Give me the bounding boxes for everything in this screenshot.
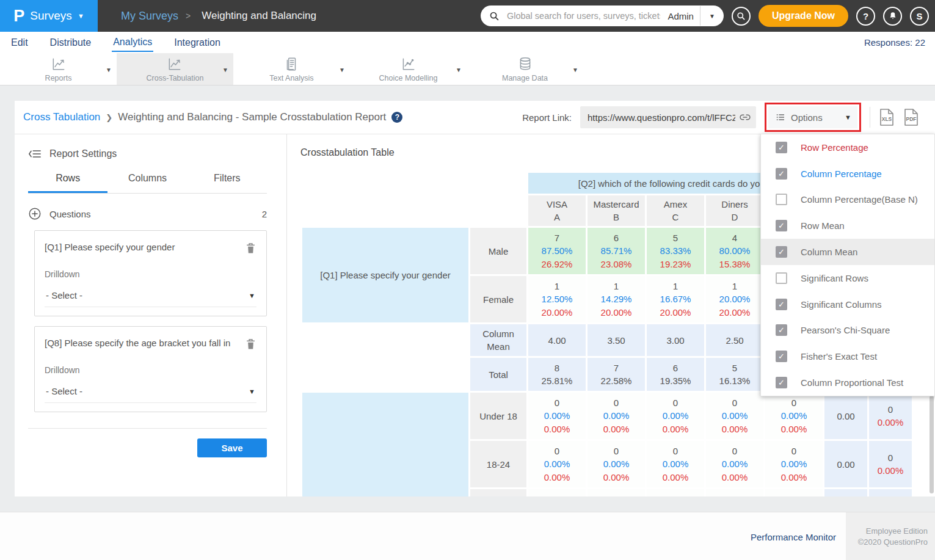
drilldown-select[interactable]: - Select - ▼ bbox=[45, 282, 256, 307]
search-button[interactable] bbox=[732, 7, 751, 26]
chevron-down-icon[interactable]: ▼ bbox=[106, 67, 112, 73]
report-header: Cross Tabulation ❯ Weighting and Balanci… bbox=[15, 101, 935, 134]
add-question-icon[interactable] bbox=[28, 207, 42, 220]
tab-rows[interactable]: Rows bbox=[28, 173, 107, 193]
delete-icon[interactable] bbox=[245, 338, 256, 351]
export-xls-button[interactable]: XLS bbox=[879, 108, 895, 126]
options-button[interactable]: Options ▼ bbox=[768, 106, 857, 128]
collapse-panel-icon[interactable] bbox=[28, 148, 42, 159]
notifications-button[interactable] bbox=[883, 7, 902, 26]
global-search-input[interactable] bbox=[506, 10, 662, 21]
menu-item-column-percentage-base-n[interactable]: Column Percentage(Base N) bbox=[761, 187, 934, 213]
report-url[interactable]: https://www.questionpro.com/t/lFFCZg bbox=[588, 112, 735, 123]
checkbox[interactable] bbox=[776, 272, 787, 284]
menu-item-label: Pearson's Chi-Square bbox=[801, 325, 890, 335]
menu-item-row-percentage[interactable]: Row Percentage bbox=[761, 134, 934, 161]
export-pdf-button[interactable]: PDF bbox=[903, 108, 919, 126]
top-bar: P Surveys ▼ My Surveys > Weighting and B… bbox=[0, 0, 935, 32]
survey-nav: Edit Distribute Analytics Integration Re… bbox=[0, 32, 935, 54]
help-icon[interactable]: ? bbox=[391, 112, 402, 123]
toolbar-item-reports[interactable]: Reports ▼ bbox=[0, 53, 117, 85]
chevron-down-icon[interactable]: ▼ bbox=[707, 13, 718, 20]
total-cell: 00.00% bbox=[869, 393, 912, 439]
tab-edit[interactable]: Edit bbox=[10, 34, 29, 51]
crosstab-cell: 00.00%0.00% bbox=[588, 441, 645, 487]
product-switcher[interactable]: P Surveys ▼ bbox=[0, 0, 98, 32]
report-link-label: Report Link: bbox=[522, 112, 572, 123]
checkbox[interactable] bbox=[776, 246, 787, 258]
row-header: Female bbox=[470, 276, 526, 322]
scatter-chart-icon bbox=[400, 56, 416, 72]
checkbox[interactable] bbox=[776, 299, 787, 310]
crosstab-cell: 516.13% bbox=[706, 358, 763, 391]
tab-filters[interactable]: Filters bbox=[187, 173, 267, 193]
toolbar-item-cross-tabulation[interactable]: Cross-Tabulation ▼ bbox=[117, 53, 233, 85]
global-search[interactable]: Admin ▼ bbox=[481, 5, 724, 26]
divider bbox=[28, 428, 267, 429]
copyright-label: ©2020 QuestionPro bbox=[858, 537, 928, 547]
menu-item-significant-columns[interactable]: Significant Columns bbox=[761, 291, 934, 318]
tab-analytics[interactable]: Analytics bbox=[112, 33, 153, 52]
crosstab-cell: 116.67%20.00% bbox=[647, 276, 704, 322]
row-mean-cell: 0.00 bbox=[824, 441, 867, 487]
checkbox[interactable] bbox=[776, 168, 787, 180]
row-header: Column Mean bbox=[470, 324, 526, 356]
menu-item-column-percentage[interactable]: Column Percentage bbox=[761, 161, 934, 187]
crosstab-cell: 00.00%0.00% bbox=[588, 393, 645, 439]
menu-item-column-mean[interactable]: Column Mean bbox=[761, 239, 934, 265]
save-button[interactable]: Save bbox=[197, 438, 267, 457]
menu-item-significant-rows[interactable]: Significant Rows bbox=[761, 265, 934, 291]
link-icon[interactable] bbox=[739, 111, 751, 123]
chevron-down-icon[interactable]: ▼ bbox=[339, 67, 345, 73]
drilldown-label: Drilldown bbox=[45, 269, 256, 279]
cross-tabulation-link[interactable]: Cross Tabulation bbox=[23, 111, 100, 123]
row-header: Under 18 bbox=[470, 393, 526, 439]
chevron-down-icon[interactable]: ▼ bbox=[572, 67, 578, 73]
row-header: 18-24 bbox=[470, 441, 526, 487]
chevron-down-icon[interactable]: ▼ bbox=[222, 67, 228, 73]
bell-icon bbox=[888, 11, 898, 21]
menu-item-fishers-exact-test[interactable]: Fisher's Exact Test bbox=[761, 343, 934, 369]
tab-columns[interactable]: Columns bbox=[107, 173, 187, 193]
checkbox[interactable] bbox=[776, 324, 787, 336]
checkbox[interactable] bbox=[776, 194, 787, 205]
tab-integration[interactable]: Integration bbox=[173, 34, 222, 51]
menu-item-row-mean[interactable]: Row Mean bbox=[761, 213, 934, 239]
menu-item-pearsons-chi-square[interactable]: Pearson's Chi-Square bbox=[761, 318, 934, 344]
checkbox[interactable] bbox=[776, 220, 787, 231]
search-scope[interactable]: Admin bbox=[668, 11, 694, 21]
drilldown-select[interactable]: - Select - ▼ bbox=[45, 377, 256, 403]
menu-item-label: Significant Rows bbox=[801, 273, 868, 283]
chevron-down-icon: ▼ bbox=[845, 114, 851, 121]
toolbar-item-choice-modelling[interactable]: Choice Modelling ▼ bbox=[350, 53, 467, 85]
row-mean-cell: 0.00 bbox=[824, 393, 867, 439]
column-header: AmexC bbox=[647, 195, 704, 226]
settings-tabs: Rows Columns Filters bbox=[28, 173, 267, 194]
crosstab-cell: 787.50%26.92% bbox=[528, 228, 586, 274]
delete-icon[interactable] bbox=[245, 242, 256, 255]
performance-monitor-link[interactable]: Performance Monitor bbox=[751, 532, 836, 542]
list-icon bbox=[776, 112, 785, 122]
checkbox[interactable] bbox=[776, 142, 787, 153]
crosstab-cell: 00.00%0.00% bbox=[528, 441, 586, 487]
checkbox[interactable] bbox=[776, 351, 787, 362]
chevron-down-icon[interactable]: ▼ bbox=[456, 67, 462, 73]
scrollbar-thumb[interactable] bbox=[930, 396, 934, 493]
crosstab-cell: 00.00%0.00% bbox=[706, 393, 763, 439]
total-cell: 00.00% bbox=[869, 441, 912, 487]
crosstab-cell: 583.33%19.23% bbox=[647, 228, 704, 274]
toolbar-item-text-analysis[interactable]: Text Analysis ▼ bbox=[233, 53, 350, 85]
breadcrumb-current: Weighting and Balancing bbox=[202, 10, 316, 22]
menu-item-column-proportional-test[interactable]: Column Proportional Test bbox=[761, 369, 934, 396]
breadcrumb-my-surveys[interactable]: My Surveys bbox=[121, 10, 178, 23]
checkbox[interactable] bbox=[776, 377, 787, 388]
report-url-field[interactable]: https://www.questionpro.com/t/lFFCZg bbox=[580, 106, 756, 128]
upgrade-now-button[interactable]: Upgrade Now bbox=[759, 5, 848, 27]
annotation-highlight: Options ▼ bbox=[765, 103, 861, 132]
menu-item-label: Fisher's Exact Test bbox=[801, 351, 877, 362]
tab-distribute[interactable]: Distribute bbox=[49, 34, 93, 51]
toolbar-item-label: Manage Data bbox=[502, 74, 548, 82]
user-avatar[interactable]: S bbox=[910, 7, 929, 26]
help-button[interactable]: ? bbox=[856, 7, 875, 26]
toolbar-item-manage-data[interactable]: Manage Data ▼ bbox=[467, 53, 583, 85]
